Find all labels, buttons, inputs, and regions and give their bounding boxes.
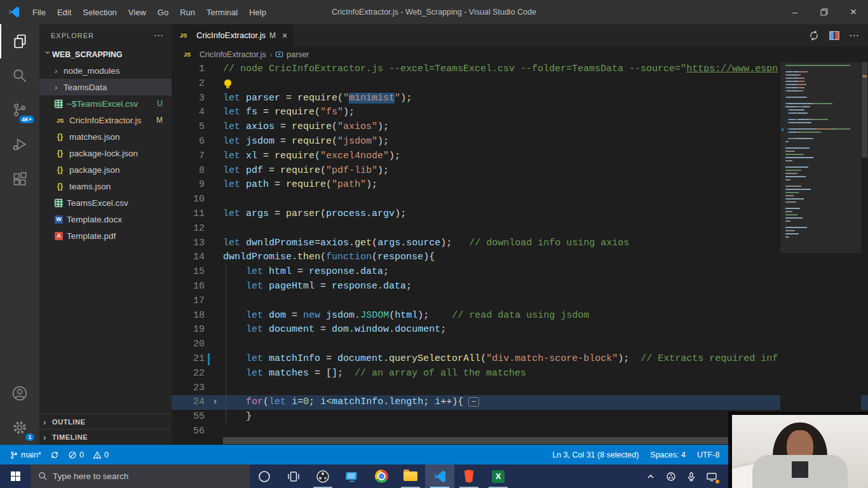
folded-code-ellipsis[interactable]: ⋯ [468,397,479,407]
compare-changes-icon[interactable] [808,30,820,41]
status-branch[interactable]: main* [6,451,44,459]
status-error[interactable]: 0 [65,451,87,459]
code-line-22[interactable]: 22 let matches = []; // an array of all … [172,367,868,381]
obs-taskbar-icon[interactable] [308,464,337,488]
menu-go[interactable]: Go [152,8,174,17]
microphone-tray-icon[interactable] [682,464,700,488]
status-encoding[interactable]: UTF-8 [694,451,722,459]
code-line-10[interactable]: 10 [172,193,868,207]
vscode-taskbar-icon[interactable] [425,464,454,488]
breadcrumb[interactable]: JS CricInfoExtractor.js › parser [172,46,868,62]
split-editor-icon[interactable] [829,30,840,41]
vertical-scrollbar[interactable] [861,62,868,445]
display-tray-icon[interactable] [703,464,721,488]
account-icon[interactable] [0,376,39,410]
lightbulb-icon[interactable] [224,79,231,86]
file-item--teamsexcel-csv[interactable]: ~$TeamsExcel.csvU [39,95,172,112]
start-button[interactable] [0,464,31,488]
file-item-template-pdf[interactable]: ATemplate.pdf [39,227,172,244]
taskbar-search[interactable]: Type here to search [31,464,250,488]
indent-guide [226,337,226,352]
code-line-16[interactable]: 16 let pageHtml = response.data; [172,280,868,294]
code-line-8[interactable]: 8let pdf = require("pdf-lib"); [172,164,868,179]
settings-icon[interactable]: 1 [0,410,39,445]
code-line-7[interactable]: 7let xl = require("excel4node"); [172,149,868,164]
status-cursor-position[interactable]: Ln 3, Col 31 (8 selected) [549,451,642,459]
code-line-4[interactable]: 4let fs = require("fs"); [172,105,868,120]
code-line-21[interactable]: 21 let matchInfo = document.querySelecto… [172,352,868,367]
restore-icon[interactable] [810,0,839,24]
code-line-3[interactable]: 3let parser = require("minimist"); [172,92,868,106]
obs-tray-tray-icon[interactable] [662,464,680,488]
code-line-20[interactable]: 20 [172,337,868,352]
minimap-slider[interactable] [780,62,861,253]
file-item-package-json[interactable]: {}package.json [39,161,172,178]
file-item-template-docx[interactable]: WTemplate.docx [39,211,172,227]
brave-taskbar-icon[interactable] [454,464,484,488]
code-line-2[interactable]: 2 [172,77,868,92]
code-line-14[interactable]: 14dwnldPromise.then(function(response){ [172,250,868,265]
fold-chevron-icon[interactable]: › [212,395,218,410]
code-line-13[interactable]: 13let dwnldPromise=axios.get(args.source… [172,236,868,251]
code-area[interactable]: 1// node CricInfoExtractor.js --excel=Te… [172,62,868,445]
code-line-17[interactable]: 17 [172,294,868,309]
chevron-up-tray-icon[interactable] [642,464,660,488]
explorer-more-actions-icon[interactable]: ⋯ [154,30,164,41]
menu-help[interactable]: Help [243,8,272,17]
close-icon[interactable]: × [839,0,868,24]
tab-cricinfoextractor[interactable]: JS CricInfoExtractor.js M × [172,24,294,46]
file-item-teams-json[interactable]: {}teams.json [39,178,172,194]
more-actions-icon[interactable]: ⋯ [849,29,859,41]
horizontal-scrollbar[interactable] [223,437,785,444]
run-debug-icon[interactable] [0,127,39,161]
file-explorer-taskbar-icon[interactable] [396,464,425,488]
file-item-teamsdata[interactable]: ›TeamsData [39,79,172,95]
menu-file[interactable]: File [27,8,51,17]
explorer-icon[interactable] [0,24,39,58]
workspace-root-folder[interactable]: › WEB_SCRAPPING [39,47,172,62]
tab-close-icon[interactable]: × [282,30,287,41]
timeline-section[interactable]: › TIMELINE [39,429,172,445]
source-control-icon[interactable]: 4K+ [0,93,39,127]
file-item-package-lock-json[interactable]: {}package-lock.json [39,145,172,161]
line-number: 18 [172,309,223,323]
extensions-icon[interactable] [0,161,39,196]
file-label: ~$TeamsExcel.csv [67,99,138,109]
minimize-icon[interactable]: – [780,0,810,24]
code-line-5[interactable]: 5let axios = require("axios"); [172,120,868,135]
code-line-18[interactable]: 18 let dom = new jsdom.JSDOM(html); // r… [172,309,868,323]
code-line-19[interactable]: 19 let document = dom.window.document; [172,323,868,337]
menu-run[interactable]: Run [174,8,201,17]
menu-edit[interactable]: Edit [51,8,77,17]
blue-monitor-taskbar-icon[interactable] [337,464,367,488]
minimap[interactable] [780,62,861,445]
file-item-node-modules[interactable]: ›node_modules [39,62,172,79]
file-item-cricinfoextractor-js[interactable]: JSCricInfoExtractor.jsM [39,112,172,128]
menu-terminal[interactable]: Terminal [201,8,243,17]
code-line-15[interactable]: 15 let html = response.data; [172,265,868,280]
code-line-1[interactable]: 1// node CricInfoExtractor.js --excel=Te… [172,62,868,77]
code-line-24[interactable]: 24› for(let i=0; i<matchInfo.length; i++… [172,395,868,410]
breadcrumb-file[interactable]: CricInfoExtractor.js [200,50,266,59]
menu-selection[interactable]: Selection [77,8,122,17]
chrome-taskbar-icon[interactable] [367,464,396,488]
status-warning[interactable]: 0 [90,451,112,459]
search-icon[interactable] [0,58,39,93]
code-line-9[interactable]: 9let path = require("path"); [172,178,868,193]
explorer-title: EXPLORER [51,32,94,39]
code-line-23[interactable]: 23 [172,381,868,396]
task-view-taskbar-icon[interactable] [279,464,308,488]
line-number: 3 [172,92,223,106]
code-line-11[interactable]: 11let args = parser(process.argv); [172,207,868,222]
breadcrumb-symbol[interactable]: parser [287,50,309,59]
outline-section[interactable]: › OUTLINE [39,414,172,430]
code-line-6[interactable]: 6let jsdom = require("jsdom"); [172,135,868,149]
cortana-taskbar-icon[interactable] [250,464,279,488]
code-line-12[interactable]: 12 [172,222,868,236]
file-item-teamsexcel-csv[interactable]: TeamsExcel.csv [39,194,172,211]
status-sync[interactable] [47,451,62,459]
status-indentation[interactable]: Spaces: 4 [647,451,689,459]
menu-view[interactable]: View [123,8,152,17]
excel-taskbar-icon[interactable]: X [484,464,513,488]
file-item-matches-json[interactable]: {}matches.json [39,128,172,145]
